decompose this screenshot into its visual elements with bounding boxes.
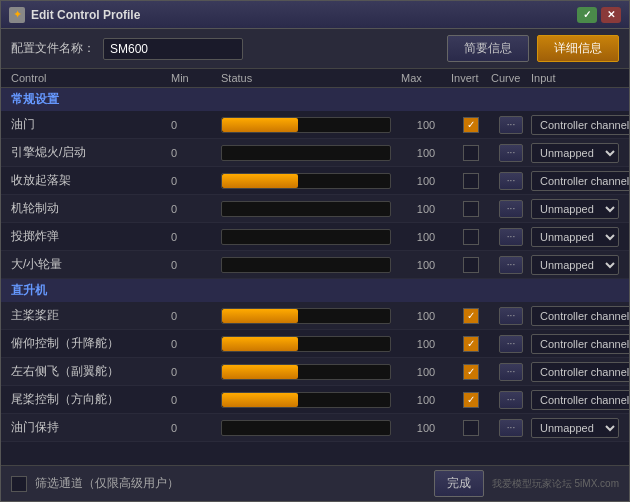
table-row: 俯仰控制（升降舵）0100✓···Controller channel 3 [1,330,629,358]
curve-button[interactable]: ··· [499,335,523,353]
section-header-0: 常规设置 [1,88,629,111]
input-cell: Unmapped [531,255,619,275]
input-cell: Controller channel 4 [531,390,629,410]
progress-bar-container [221,336,391,352]
simple-info-button[interactable]: 简要信息 [447,35,529,62]
table-row: 收放起落架0100···Controller channel 5 [1,167,629,195]
progress-bar-container [221,364,391,380]
invert-checkbox[interactable] [463,173,479,189]
curve-cell: ··· [491,363,531,381]
col-input: Input [531,72,619,84]
row-label: 主桨桨距 [11,307,171,324]
input-cell: Controller channel 1 [531,362,629,382]
col-status: Status [221,72,401,84]
input-dropdown[interactable]: Controller channel 2 [531,115,629,135]
input-cell: Unmapped [531,227,619,247]
input-dropdown[interactable]: Controller channel 2 [531,306,629,326]
row-label: 左右侧飞（副翼舵） [11,363,171,380]
row-max: 100 [401,175,451,187]
row-max: 100 [401,310,451,322]
input-dropdown[interactable]: Unmapped [531,143,619,163]
invert-checkbox[interactable]: ✓ [463,117,479,133]
row-max: 100 [401,259,451,271]
curve-button[interactable]: ··· [499,144,523,162]
curve-button[interactable]: ··· [499,228,523,246]
col-control: Control [11,72,171,84]
curve-cell: ··· [491,172,531,190]
input-cell: Controller channel 2 [531,306,629,326]
input-dropdown[interactable]: Controller channel 4 [531,390,629,410]
invert-checkbox[interactable]: ✓ [463,308,479,324]
curve-button[interactable]: ··· [499,307,523,325]
curve-cell: ··· [491,144,531,162]
row-min: 0 [171,394,221,406]
table-row: 引擎熄火/启动0100···Unmapped [1,139,629,167]
table-row: 机轮制动0100···Unmapped [1,195,629,223]
curve-cell: ··· [491,256,531,274]
curve-button[interactable]: ··· [499,116,523,134]
input-dropdown[interactable]: Controller channel 1 [531,362,629,382]
row-label: 引擎熄火/启动 [11,144,171,161]
invert-checkbox[interactable] [463,229,479,245]
row-min: 0 [171,310,221,322]
input-cell: Controller channel 2 [531,115,629,135]
invert-checkbox[interactable]: ✓ [463,336,479,352]
curve-button[interactable]: ··· [499,172,523,190]
invert-checkbox[interactable] [463,201,479,217]
input-cell: Controller channel 5 [531,171,629,191]
row-max: 100 [401,338,451,350]
row-label: 机轮制动 [11,200,171,217]
invert-checkbox[interactable] [463,257,479,273]
close-button[interactable]: ✕ [601,7,621,23]
curve-button[interactable]: ··· [499,256,523,274]
row-max: 100 [401,147,451,159]
done-button[interactable]: 完成 [434,470,484,497]
invert-cell [451,229,491,245]
invert-cell: ✓ [451,336,491,352]
table-row: 投掷炸弹0100···Unmapped [1,223,629,251]
invert-checkbox[interactable] [463,145,479,161]
input-cell: Unmapped [531,143,619,163]
curve-cell: ··· [491,200,531,218]
toolbar: 配置文件名称： 简要信息 详细信息 [1,29,629,69]
invert-checkbox[interactable] [463,420,479,436]
row-label: 收放起落架 [11,172,171,189]
curve-button[interactable]: ··· [499,419,523,437]
footer-logo: 我爱模型玩家论坛 5iMX.com [492,477,619,491]
row-label: 油门 [11,116,171,133]
input-dropdown[interactable]: Controller channel 3 [531,334,629,354]
row-label: 尾桨控制（方向舵） [11,391,171,408]
curve-button[interactable]: ··· [499,200,523,218]
input-dropdown[interactable]: Unmapped [531,227,619,247]
filter-label: 筛选通道（仅限高级用户） [35,475,179,492]
curve-cell: ··· [491,116,531,134]
input-cell: Controller channel 3 [531,334,629,354]
row-max: 100 [401,203,451,215]
input-dropdown[interactable]: Controller channel 5 [531,171,629,191]
input-dropdown[interactable]: Unmapped [531,418,619,438]
main-window: ✦ Edit Control Profile ✓ ✕ 配置文件名称： 简要信息 … [0,0,630,502]
file-label: 配置文件名称： [11,40,95,57]
invert-checkbox[interactable]: ✓ [463,364,479,380]
section-header-1: 直升机 [1,279,629,302]
progress-bar-fill [222,118,298,132]
input-dropdown[interactable]: Unmapped [531,199,619,219]
progress-bar-container [221,308,391,324]
curve-cell: ··· [491,391,531,409]
invert-checkbox[interactable]: ✓ [463,392,479,408]
minimize-button[interactable]: ✓ [577,7,597,23]
invert-cell: ✓ [451,308,491,324]
window-title: Edit Control Profile [31,8,577,22]
filter-checkbox[interactable] [11,476,27,492]
progress-bar-fill [222,337,298,351]
file-input[interactable] [103,38,243,60]
row-min: 0 [171,422,221,434]
invert-cell [451,420,491,436]
input-dropdown[interactable]: Unmapped [531,255,619,275]
invert-cell [451,145,491,161]
curve-button[interactable]: ··· [499,391,523,409]
progress-bar-container [221,420,391,436]
curve-button[interactable]: ··· [499,363,523,381]
detail-info-button[interactable]: 详细信息 [537,35,619,62]
row-max: 100 [401,366,451,378]
